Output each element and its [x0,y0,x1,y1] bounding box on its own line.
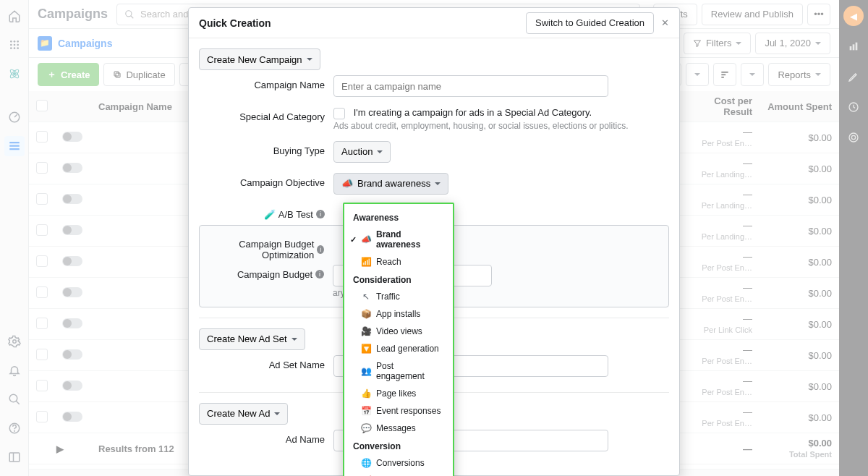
dropdown-item[interactable]: 🎥Video views [344,323,453,340]
campaign-name-input[interactable] [333,75,608,97]
chat-icon: 💬 [362,424,370,433]
info-icon[interactable]: i [315,270,324,279]
switch-guided-button[interactable]: Switch to Guided Creation [526,12,654,34]
dropdown-item[interactable]: 👍Page likes [344,385,453,402]
create-new-ad-button[interactable]: Create New Ad [199,403,288,425]
adset-name-label: Ad Set Name [199,355,333,370]
close-icon[interactable]: ✕ [661,17,669,28]
dropdown-item[interactable]: 💬Messages [344,420,453,437]
dropdown-group-header: Awareness [344,208,453,226]
special-ad-label: Special Ad Category [199,107,333,122]
special-ad-sub: Ads about credit, employment, housing, o… [333,121,669,131]
globe-icon: 🌐 [362,459,370,467]
dropdown-group-header: Consideration [344,271,453,288]
dropdown-item[interactable]: ↖Traffic [344,288,453,305]
megaphone-icon: 📣 [362,235,370,244]
video-icon: 🎥 [362,327,370,336]
objective-label: Campaign Objective [199,173,333,188]
special-ad-check-label: I'm creating a campaign for ads in a Spe… [354,107,592,118]
buying-type-select[interactable]: Auction [333,141,391,163]
box-icon: 📦 [362,310,370,318]
dropdown-group-header: Conversion [344,437,453,454]
dropdown-item[interactable]: 🔽Lead generation [344,340,453,357]
campaign-objective-select[interactable]: 📣Brand awareness [333,173,448,195]
info-icon[interactable]: i [317,245,324,254]
people-icon: 👥 [362,367,370,375]
dropdown-item[interactable]: 📶Reach [344,253,453,271]
objective-dropdown: Awareness📣Brand awareness📶ReachConsidera… [343,203,454,476]
thumbs-up-icon: 👍 [362,389,370,398]
ab-test-label: 🧪A/B Testi [199,205,333,220]
create-new-campaign-button[interactable]: Create New Campaign [199,48,320,70]
buying-type-label: Buying Type [199,141,333,156]
funnel-icon: 🔽 [362,344,370,353]
budget-label: Campaign Budgeti [208,265,333,280]
budget-opt-label: Campaign Budget Optimizationi [208,234,333,260]
special-ad-checkbox[interactable] [333,108,345,119]
cursor-icon: ↖ [362,292,370,301]
megaphone-icon: 📣 [341,178,353,189]
modal-title: Quick Creation [199,17,271,29]
info-icon[interactable]: i [316,210,325,218]
dropdown-item[interactable]: 🛒Catalog sales [344,472,453,476]
signal-icon: 📶 [362,258,370,266]
ad-name-label: Ad Name [199,430,333,445]
dropdown-item[interactable]: 👥Post engagement [344,357,453,385]
create-new-adset-button[interactable]: Create New Ad Set [199,328,305,350]
dropdown-item[interactable]: 🌐Conversions [344,454,453,472]
dropdown-item[interactable]: 📦App installs [344,305,453,323]
campaign-name-label: Campaign Name [199,75,333,90]
dropdown-item[interactable]: 📣Brand awareness [344,226,453,253]
dropdown-item[interactable]: 📅Event responses [344,402,453,420]
calendar-icon: 📅 [362,407,370,415]
